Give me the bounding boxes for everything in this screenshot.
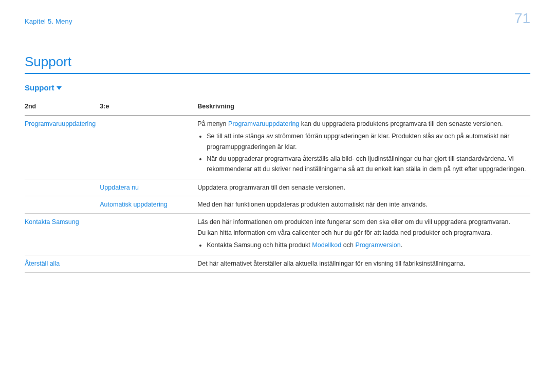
table-row: Återställ alla Det här alternativet åter… — [25, 255, 530, 272]
text: kan du uppgradera produktens programvara… — [299, 120, 503, 127]
text: . — [401, 241, 402, 249]
list-item: Se till att inte stänga av strömmen förr… — [207, 131, 526, 152]
page-title: Support — [25, 54, 530, 74]
text: Du kan hitta information om våra callcen… — [197, 228, 526, 238]
desc-list: Se till att inte stänga av strömmen förr… — [197, 131, 526, 175]
desc-list: Kontakta Samsung och hitta produkt Model… — [197, 240, 526, 251]
table-header-row: 2nd 3:e Beskrivning — [25, 99, 530, 115]
desc-reset-all: Det här alternativet återställer alla ak… — [197, 255, 530, 272]
dropdown-triangle-icon — [57, 85, 62, 90]
menu-item-software-update[interactable]: Programvaruuppdatering — [25, 115, 100, 179]
desc-contact-samsung: Läs den här informationen om produkten i… — [197, 214, 530, 255]
text: Kontakta Samsung och hitta produkt — [207, 241, 312, 249]
desc-auto-update: Med den här funktionen uppdateras produk… — [197, 196, 530, 214]
support-table: 2nd 3:e Beskrivning Programvaruuppdateri… — [25, 99, 530, 273]
list-item: När du uppgraderar programvara återställ… — [207, 154, 526, 175]
empty-cell — [25, 196, 100, 214]
col-header-desc: Beskrivning — [197, 99, 530, 115]
section-heading-label: Support — [25, 83, 54, 92]
text: Läs den här informationen om produkten i… — [197, 217, 526, 228]
table-row: Kontakta Samsung Läs den här information… — [25, 214, 530, 255]
section-heading-support: Support — [25, 83, 530, 92]
text: och — [341, 241, 355, 249]
col-header-3e: 3:e — [100, 99, 197, 115]
empty-cell — [100, 255, 197, 272]
text: På menyn — [197, 120, 228, 127]
table-row: Uppdatera nu Uppdatera programvaran till… — [25, 179, 530, 196]
menu-item-auto-update[interactable]: Automatisk uppdatering — [100, 196, 197, 214]
table-row: Automatisk uppdatering Med den här funkt… — [25, 196, 530, 214]
list-item: Kontakta Samsung och hitta produkt Model… — [207, 240, 526, 251]
empty-cell — [100, 214, 197, 255]
menu-item-update-now[interactable]: Uppdatera nu — [100, 179, 197, 196]
inline-link-software-update[interactable]: Programvaruuppdatering — [228, 120, 299, 127]
table-row: Programvaruuppdatering På menyn Programv… — [25, 115, 530, 179]
col-header-2nd: 2nd — [25, 99, 100, 115]
breadcrumb[interactable]: Kapitel 5. Meny — [25, 17, 530, 25]
inline-link-program-version[interactable]: Programversion — [355, 241, 400, 249]
manual-page: Kapitel 5. Meny 71 Support Support 2nd 3… — [0, 0, 555, 392]
desc-software-update: På menyn Programvaruuppdatering kan du u… — [197, 115, 530, 179]
desc-update-now: Uppdatera programvaran till den senaste … — [197, 179, 530, 196]
menu-item-reset-all[interactable]: Återställ alla — [25, 255, 100, 272]
inline-link-model-code[interactable]: Modellkod — [312, 241, 341, 249]
empty-cell — [25, 179, 100, 196]
menu-item-contact-samsung[interactable]: Kontakta Samsung — [25, 214, 100, 255]
svg-marker-0 — [57, 86, 62, 90]
empty-cell — [100, 115, 197, 179]
page-number: 71 — [514, 10, 530, 27]
